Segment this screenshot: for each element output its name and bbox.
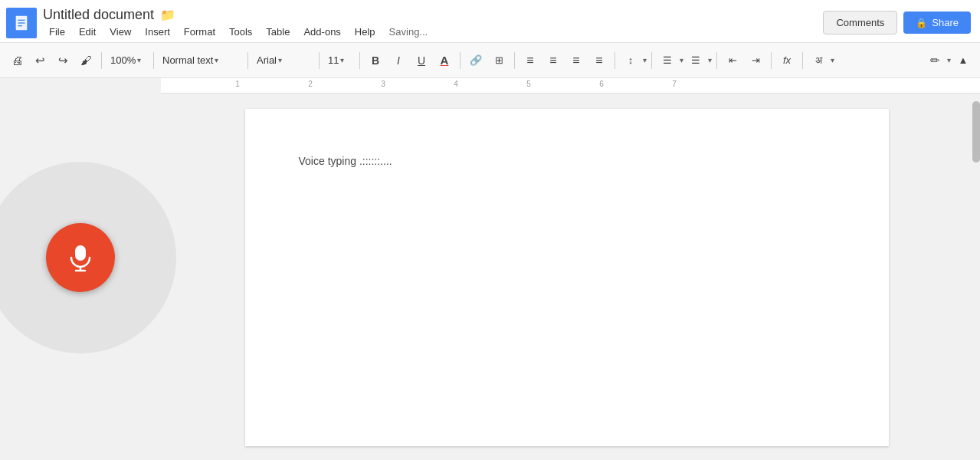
ruler-mark-4: 4 <box>454 80 458 88</box>
line-spacing-arrow: ▾ <box>643 56 647 64</box>
ruler-mark-3: 3 <box>381 80 385 88</box>
size-value: 11 <box>328 54 339 66</box>
size-arrow: ▾ <box>340 56 344 64</box>
share-button[interactable]: 🔒 Share <box>903 12 971 34</box>
main-area: Voice typing .::::::.... <box>0 94 980 460</box>
ruler-mark-5: 5 <box>526 80 531 88</box>
special-chars-button[interactable]: अ <box>808 50 829 71</box>
style-arrow: ▾ <box>215 56 218 64</box>
align-left-button[interactable]: ≡ <box>519 50 541 71</box>
menu-file[interactable]: File <box>43 25 71 39</box>
scrollbar-thumb[interactable] <box>972 101 980 163</box>
scrollbar[interactable] <box>972 94 980 460</box>
voice-typing-overlay <box>0 162 176 353</box>
menu-help[interactable]: Help <box>349 25 382 39</box>
sidebar <box>0 94 161 460</box>
line-spacing-button[interactable]: ↕ <box>620 50 641 71</box>
ruler-mark-2: 2 <box>308 80 313 88</box>
bullet-list-arrow: ▾ <box>708 56 712 64</box>
pen-arrow: ▾ <box>947 56 951 64</box>
menu-bar: File Edit View Insert Format Tools Table… <box>43 25 823 39</box>
menu-format[interactable]: Format <box>178 25 221 39</box>
toolbar-divider-11 <box>771 52 772 69</box>
saving-status: Saving... <box>389 26 428 39</box>
menu-insert[interactable]: Insert <box>139 25 176 39</box>
ruler-mark-6: 6 <box>599 80 604 88</box>
zoom-value: 100% <box>110 54 136 66</box>
collapse-toolbar-button[interactable]: ▲ <box>952 50 974 71</box>
link-button[interactable]: 🔗 <box>465 50 487 71</box>
size-select[interactable]: 11 ▾ <box>324 50 355 71</box>
style-value: Normal text <box>162 54 213 66</box>
microphone-button[interactable] <box>46 223 115 292</box>
redo-button[interactable]: ↪ <box>52 50 74 71</box>
document-text: Voice typing .::::::.... <box>299 155 392 167</box>
toolbar-divider-12 <box>802 52 803 69</box>
toolbar-divider-10 <box>716 52 717 69</box>
toolbar-divider-5 <box>359 52 360 69</box>
share-label: Share <box>932 17 959 28</box>
svg-rect-4 <box>75 245 86 261</box>
toolbar-divider-4 <box>319 52 320 69</box>
special-arrow: ▾ <box>831 56 834 64</box>
toolbar-divider-8 <box>615 52 615 69</box>
formula-button[interactable]: fx <box>776 50 798 71</box>
justify-button[interactable]: ≡ <box>588 50 610 71</box>
toolbar-divider-6 <box>460 52 461 69</box>
top-right-buttons: Comments 🔒 Share <box>823 11 971 34</box>
toolbar-divider-3 <box>247 52 248 69</box>
menu-table[interactable]: Table <box>260 25 296 39</box>
menu-edit[interactable]: Edit <box>73 25 102 39</box>
paint-format-button[interactable]: 🖌 <box>75 50 97 71</box>
numbered-list-button[interactable]: ☰ <box>657 50 678 71</box>
pen-button[interactable]: ✏ <box>924 50 946 71</box>
document-content[interactable]: Voice typing .::::::.... <box>299 155 835 167</box>
zoom-arrow: ▾ <box>137 56 141 64</box>
underline-button[interactable]: U <box>411 50 432 71</box>
font-select[interactable]: Arial ▾ <box>253 50 314 71</box>
lock-icon: 🔒 <box>916 18 927 28</box>
align-right-button[interactable]: ≡ <box>565 50 587 71</box>
toolbar-divider-1 <box>101 52 102 69</box>
doc-title-area: Untitled document 📁 File Edit View Inser… <box>43 7 823 39</box>
comments-button[interactable]: Comments <box>823 11 897 34</box>
document-page: Voice typing .::::::.... <box>245 109 889 446</box>
menu-view[interactable]: View <box>103 25 137 39</box>
ruler: 1 2 3 4 5 6 7 <box>161 78 980 94</box>
document-area[interactable]: Voice typing .::::::.... <box>161 94 972 460</box>
menu-tools[interactable]: Tools <box>223 25 258 39</box>
font-arrow: ▾ <box>278 56 282 64</box>
zoom-select[interactable]: 100% ▾ <box>107 50 149 71</box>
toolbar-divider-9 <box>651 52 652 69</box>
toolbar-divider-7 <box>514 52 515 69</box>
text-color-button[interactable]: A <box>434 50 455 71</box>
style-select[interactable]: Normal text ▾ <box>159 50 243 71</box>
indent-less-button[interactable]: ⇤ <box>722 50 743 71</box>
comment-button[interactable]: ⊞ <box>488 50 510 71</box>
print-button[interactable]: 🖨 <box>6 50 28 71</box>
italic-button[interactable]: I <box>388 50 409 71</box>
app-icon <box>6 8 37 38</box>
ruler-mark-1: 1 <box>235 80 240 88</box>
menu-addons[interactable]: Add-ons <box>297 25 346 39</box>
folder-icon[interactable]: 📁 <box>160 8 175 22</box>
document-title[interactable]: Untitled document <box>43 7 154 23</box>
ruler-mark-7: 7 <box>672 80 677 88</box>
toolbar-divider-2 <box>153 52 154 69</box>
align-center-button[interactable]: ≡ <box>542 50 564 71</box>
indent-more-button[interactable]: ⇥ <box>745 50 766 71</box>
toolbar: 🖨 ↩ ↪ 🖌 100% ▾ Normal text ▾ Arial ▾ 11 … <box>0 43 980 78</box>
bullet-list-button[interactable]: ☰ <box>685 50 706 71</box>
num-list-arrow: ▾ <box>680 56 683 64</box>
undo-button[interactable]: ↩ <box>29 50 51 71</box>
bold-button[interactable]: B <box>365 50 386 71</box>
font-value: Arial <box>257 54 277 66</box>
